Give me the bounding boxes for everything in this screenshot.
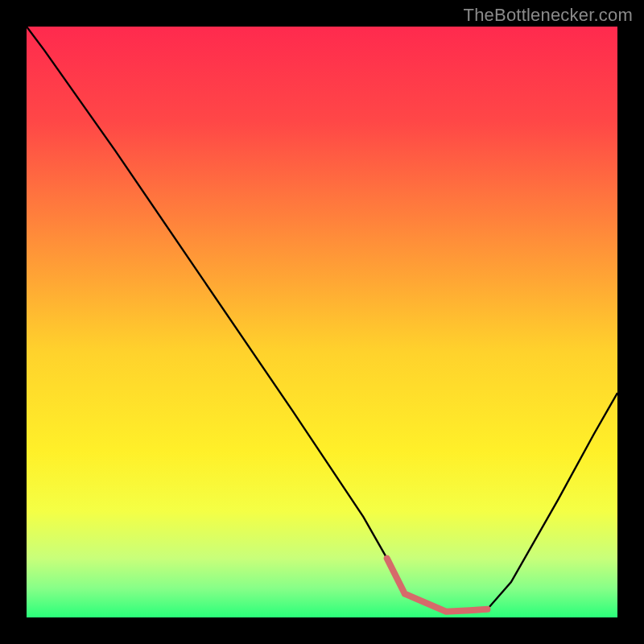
chart-plot-area: [27, 27, 617, 617]
chart-svg: [27, 27, 617, 617]
chart-background: [27, 27, 617, 617]
watermark-text: TheBottlenecker.com: [464, 5, 633, 26]
